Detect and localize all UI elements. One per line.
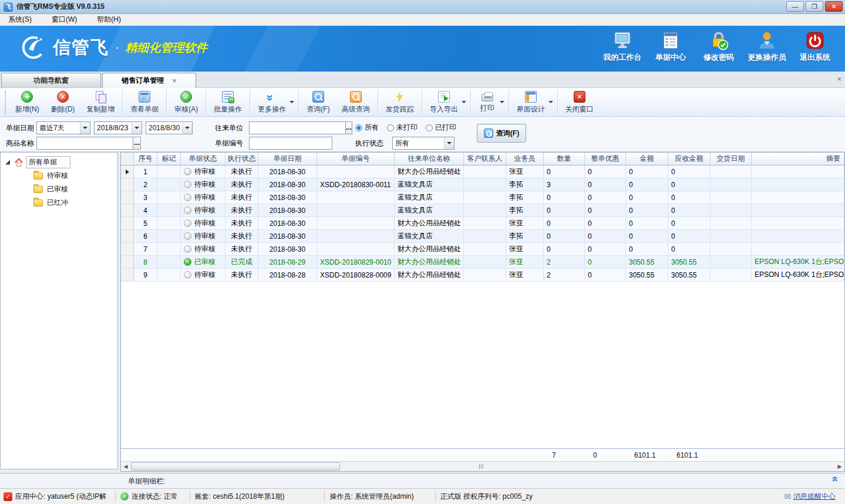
grid-cell-contact[interactable] <box>464 165 506 178</box>
horizontal-scrollbar[interactable]: ◀ ▶ <box>121 461 844 471</box>
row-selector[interactable] <box>121 269 134 282</box>
grid-cell-unit[interactable]: 财大办公用品经销处 <box>395 269 464 282</box>
grid-cell-qty[interactable]: 0 <box>544 191 585 204</box>
grid-cell-contact[interactable] <box>464 178 506 191</box>
grid-cell-receivable[interactable]: 0 <box>668 230 711 243</box>
grid-cell-qty[interactable]: 2 <box>544 256 585 269</box>
minimize-button[interactable]: — <box>786 1 804 12</box>
radio-printed[interactable] <box>426 124 433 131</box>
chevron-down-icon[interactable] <box>444 137 454 149</box>
banner-action-password[interactable]: 修改密码 <box>695 31 743 63</box>
grid-cell-summary[interactable] <box>752 204 844 217</box>
exec-status-select[interactable]: 所有 <box>392 137 455 150</box>
tree-item-all[interactable]: 所有单据 <box>1 155 117 169</box>
scroll-right-icon[interactable]: ▶ <box>835 462 844 471</box>
app-center-status[interactable]: ✓ 应用中心: yatuser5 (动态IP解 <box>0 491 115 502</box>
tab-close-icon[interactable]: × <box>172 76 177 85</box>
row-selector[interactable] <box>121 191 134 204</box>
row-selector[interactable] <box>121 256 134 269</box>
grid-cell-mark[interactable] <box>157 178 181 191</box>
tree-item-1[interactable]: 已审核 <box>1 182 117 196</box>
grid-cell-discount[interactable]: 0 <box>585 178 626 191</box>
grid-cell-qty[interactable]: 0 <box>544 217 585 230</box>
grid-cell-salesman[interactable]: 张亚 <box>506 243 544 256</box>
grid-cell-receivable[interactable]: 0 <box>668 204 711 217</box>
message-center-link[interactable]: ✉ 消息提醒中心 <box>779 491 840 502</box>
grid-cell-receivable[interactable]: 0 <box>668 243 711 256</box>
query-button[interactable]: 查询(F) <box>477 124 526 143</box>
table-row[interactable]: 9待审核未执行2018-08-28XSDD-20180828-0009财大办公用… <box>121 269 844 282</box>
grid-cell-mark[interactable] <box>157 204 181 217</box>
grid-cell-qty[interactable]: 0 <box>544 243 585 256</box>
grid-cell-receivable[interactable]: 0 <box>668 217 711 230</box>
scroll-left-icon[interactable]: ◀ <box>121 462 130 471</box>
toolbar-button-batch[interactable]: 批量操作 <box>208 89 248 116</box>
grid-cell-delivery[interactable] <box>711 191 752 204</box>
grid-cell-seq[interactable]: 2 <box>134 178 157 191</box>
grid-cell-delivery[interactable] <box>711 204 752 217</box>
grid-cell-discount[interactable]: 0 <box>585 217 626 230</box>
grid-cell-contact[interactable] <box>464 191 506 204</box>
grid-cell-docno[interactable]: XSDD-20180828-0009 <box>317 269 395 282</box>
toolbar-grip[interactable] <box>5 90 7 114</box>
grid-cell-docno[interactable] <box>317 191 395 204</box>
grid-cell-date[interactable]: 2018-08-30 <box>258 165 317 178</box>
toolbar-button-print[interactable]: 打印 <box>473 89 507 116</box>
tree-item-0[interactable]: 待审核 <box>1 169 117 182</box>
toolbar-button-track[interactable]: 发货跟踪 <box>380 89 420 116</box>
menu-help[interactable]: 帮助(H) <box>93 13 129 26</box>
grid-cell-unit[interactable]: 财大办公用品经销处 <box>395 243 464 256</box>
toolbar-button-view-doc[interactable]: 查看单据 <box>124 89 164 116</box>
grid-cell-discount[interactable]: 0 <box>585 230 626 243</box>
grid-column-header-date[interactable]: 单据日期 <box>258 153 317 165</box>
toolbar-button-delete[interactable]: 删除(D) <box>45 89 81 116</box>
radio-unprinted[interactable] <box>387 124 394 131</box>
grid-cell-summary[interactable] <box>752 243 844 256</box>
table-row[interactable]: 2待审核未执行2018-08-30XSDD-20180830-0011蓝猫文具店… <box>121 178 844 191</box>
grid-cell-exec[interactable]: 未执行 <box>225 204 258 217</box>
table-row[interactable]: 8已审核已完成2018-08-29XSDD-20180829-0010财大办公用… <box>121 256 844 269</box>
grid-cell-status[interactable]: 待审核 <box>181 230 225 243</box>
grid-cell-unit[interactable]: 蓝猫文具店 <box>395 191 464 204</box>
grid-cell-exec[interactable]: 未执行 <box>225 269 258 282</box>
row-selector[interactable] <box>121 178 134 191</box>
toolbar-button-adv-query[interactable]: 高级查询 <box>336 89 376 116</box>
grid-column-header-summary[interactable]: 摘要 <box>752 153 844 165</box>
grid-cell-contact[interactable] <box>464 217 506 230</box>
grid-cell-mark[interactable] <box>157 243 181 256</box>
grid-cell-status[interactable]: 待审核 <box>181 243 225 256</box>
grid-cell-date[interactable]: 2018-08-30 <box>258 178 317 191</box>
grid-cell-exec[interactable]: 未执行 <box>225 191 258 204</box>
grid-cell-date[interactable]: 2018-08-29 <box>258 256 317 269</box>
grid-cell-contact[interactable] <box>464 243 506 256</box>
grid-cell-amount[interactable]: 0 <box>626 165 668 178</box>
banner-action-workbench[interactable]: 我的工作台 <box>598 31 647 63</box>
grid-cell-summary[interactable] <box>752 217 844 230</box>
grid-column-header-contact[interactable]: 客户联系人 <box>464 153 506 165</box>
grid-cell-mark[interactable] <box>157 191 181 204</box>
ellipsis-button[interactable]: ... <box>345 121 352 134</box>
chevron-down-icon[interactable] <box>289 101 294 103</box>
grid-cell-status[interactable]: 已审核 <box>181 256 225 269</box>
chevron-down-icon[interactable] <box>500 101 504 103</box>
grid-cell-salesman[interactable]: 张亚 <box>506 269 544 282</box>
grid-cell-mark[interactable] <box>157 269 181 282</box>
grid-column-header-amount[interactable]: 金额 <box>626 153 668 165</box>
toolbar-button-close-window[interactable]: 关闭窗口 <box>560 89 600 116</box>
grid-cell-unit[interactable]: 蓝猫文具店 <box>395 230 464 243</box>
chevron-down-icon[interactable] <box>462 101 466 103</box>
grid-cell-delivery[interactable] <box>711 217 752 230</box>
tab-sales-order[interactable]: 销售订单管理 × <box>102 73 196 88</box>
grid-column-header-receivable[interactable]: 应收金额 <box>668 153 711 165</box>
chevron-up-icon[interactable]: « <box>829 476 841 482</box>
strip-close-icon[interactable]: × <box>837 75 841 83</box>
menu-system[interactable]: 系统(S) <box>5 13 40 26</box>
grid-cell-salesman[interactable]: 李拓 <box>506 204 544 217</box>
grid-cell-seq[interactable]: 4 <box>134 204 157 217</box>
grid-column-header-qty[interactable]: 数量 <box>544 153 585 165</box>
grid-cell-discount[interactable]: 0 <box>585 204 626 217</box>
grid-cell-summary[interactable] <box>752 165 844 178</box>
grid-cell-qty[interactable]: 0 <box>544 230 585 243</box>
grid-cell-summary[interactable] <box>752 178 844 191</box>
table-row[interactable]: 5待审核未执行2018-08-30财大办公用品经销处张亚0000 <box>121 217 844 230</box>
